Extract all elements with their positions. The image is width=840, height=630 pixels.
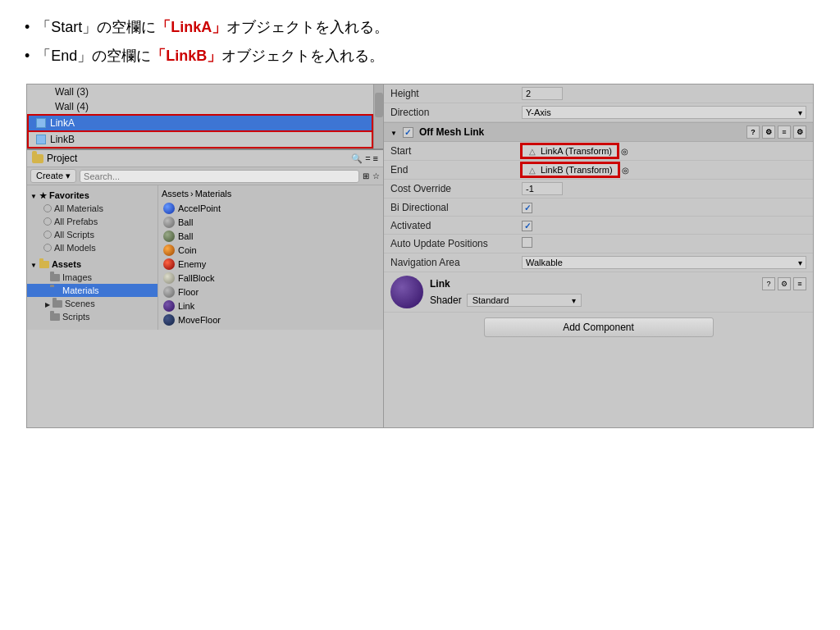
tree-all-prefabs[interactable]: All Prefabs: [27, 215, 158, 228]
linka-label: LinkA: [50, 117, 75, 129]
autoupdate-value: [522, 237, 806, 250]
tree-scenes[interactable]: Scenes: [27, 297, 158, 310]
tree-all-models[interactable]: All Models: [27, 241, 158, 254]
autoupdate-checkbox[interactable]: [522, 237, 532, 248]
inst2-highlight: 「LinkB」: [151, 48, 221, 64]
add-component-bar: Add Component: [384, 313, 813, 342]
assets-header[interactable]: Assets: [27, 258, 158, 271]
start-value[interactable]: △ LinkA (Transform): [522, 144, 618, 158]
material-help-icon[interactable]: ?: [762, 277, 775, 290]
toolbar-icon1[interactable]: ⊞: [363, 171, 369, 180]
tree-all-scripts[interactable]: All Scripts: [27, 228, 158, 241]
height-input[interactable]: 2: [522, 87, 563, 100]
scripts-folder-icon: [50, 313, 60, 321]
create-label: Create ▾: [36, 171, 71, 181]
star-icon: ★: [39, 191, 47, 200]
hierarchy-item-wall3[interactable]: Wall (3): [27, 84, 373, 99]
linka-icon: [35, 117, 47, 129]
favorites-expand-icon: [30, 190, 37, 200]
scenes-folder-icon: [52, 300, 62, 308]
project-header: Project 🔍 = ≡: [27, 150, 383, 167]
add-component-button[interactable]: Add Component: [484, 317, 714, 337]
activated-label: Activated: [390, 220, 522, 231]
asset-ball1[interactable]: Ball: [162, 216, 380, 229]
bidirectional-value: [522, 202, 806, 213]
asset-ball2[interactable]: Ball: [162, 230, 380, 243]
offmeshlink-header: Off Mesh Link ? ⚙ ≡ ⚙: [384, 122, 813, 142]
search-icon-sm: 🔍: [351, 153, 363, 164]
navarea-dropdown-value: Walkable: [526, 258, 563, 267]
offmesh-help-icon[interactable]: ?: [746, 126, 760, 139]
breadcrumb: Assets Materials: [162, 189, 380, 199]
hierarchy-scrollbar[interactable]: [373, 84, 383, 148]
cost-label: Cost Override: [390, 183, 522, 194]
right-panel: Height 2 Direction Y-Axis: [384, 84, 813, 427]
start-label: Start: [390, 145, 522, 157]
direction-dropdown[interactable]: Y-Axis: [522, 106, 806, 119]
breadcrumb-assets: Assets: [162, 189, 189, 199]
height-label: Height: [390, 88, 522, 99]
inst2-prefix: 「End」の空欄に: [36, 48, 151, 64]
navarea-label: Navigation Area: [390, 257, 522, 268]
asset-accelpoint[interactable]: AccelPoint: [162, 202, 380, 215]
material-settings-icon[interactable]: ⚙: [778, 277, 791, 290]
bidirectional-checkbox[interactable]: [522, 203, 532, 213]
hierarchy-item-linka[interactable]: LinkA: [27, 114, 373, 132]
create-button[interactable]: Create ▾: [30, 169, 76, 183]
activated-checkbox[interactable]: [522, 221, 532, 231]
lock-icon: =: [365, 153, 370, 164]
navarea-dropdown[interactable]: Walkable: [522, 256, 806, 269]
hierarchy-item-wall4[interactable]: Wall (4): [27, 99, 373, 114]
end-value[interactable]: △ LinkB (Transform): [522, 163, 619, 176]
activated-row: Activated: [384, 217, 813, 235]
offmesh-more-icon[interactable]: ≡: [778, 126, 791, 139]
shader-dropdown[interactable]: Standard: [467, 294, 582, 307]
asset-link[interactable]: Link: [162, 299, 380, 313]
end-row: End △ LinkB (Transform) ◎: [384, 161, 813, 180]
navarea-row: Navigation Area Walkable: [384, 253, 813, 272]
offmesh-gear2-icon[interactable]: ⚙: [793, 126, 806, 139]
offmesh-label: Off Mesh Link: [419, 126, 484, 138]
offmesh-enabled-checkbox[interactable]: [403, 127, 413, 138]
height-value: 2: [522, 87, 806, 100]
asset-coin[interactable]: Coin: [162, 244, 380, 257]
shader-label: Shader: [430, 294, 462, 306]
end-clear-icon[interactable]: ◎: [622, 166, 629, 175]
linka-row-container: LinkA: [27, 114, 373, 132]
asset-enemy[interactable]: Enemy: [162, 258, 380, 271]
search-input[interactable]: [80, 170, 359, 183]
left-panel: Wall (3) Wall (4) LinkA: [27, 84, 384, 427]
search-all-materials-icon: [43, 204, 52, 212]
material-more-icon[interactable]: ≡: [793, 277, 806, 290]
asset-floor[interactable]: Floor: [162, 285, 380, 299]
material-name-row: Link ? ⚙ ≡: [430, 277, 806, 290]
hierarchy-item-linkb[interactable]: LinkB: [27, 132, 373, 148]
bullet-2: •: [25, 45, 30, 67]
images-label: Images: [62, 272, 92, 282]
toolbar-icon2[interactable]: ☆: [372, 171, 380, 180]
start-clear-icon[interactable]: ◎: [621, 147, 628, 156]
asset-fallblock[interactable]: FallBlock: [162, 272, 380, 285]
tree-images[interactable]: Images: [27, 271, 158, 284]
all-materials-label: All Materials: [54, 203, 103, 213]
favorites-header[interactable]: ★ Favorites: [27, 189, 158, 202]
instruction-1: • 「Start」の空欄に「LinkA」オブジェクトを入れる。: [25, 16, 815, 39]
linkb-label: LinkB: [50, 134, 75, 145]
tree-materials[interactable]: Materials: [27, 284, 158, 297]
asset-movefloor[interactable]: MoveFloor: [162, 313, 380, 326]
search-all-prefabs-icon: [43, 217, 52, 226]
offmesh-settings-icon[interactable]: ⚙: [762, 126, 775, 139]
inst1-highlight: 「LinkA」: [156, 19, 226, 35]
tree-all-materials[interactable]: All Materials: [27, 202, 158, 215]
assets-content: Assets Materials AccelPoint: [158, 185, 383, 330]
coin-label: Coin: [178, 245, 197, 255]
tree-scripts[interactable]: Scripts: [27, 310, 158, 323]
accelpoint-label: AccelPoint: [178, 203, 221, 213]
cost-input[interactable]: -1: [522, 182, 563, 195]
offmesh-expand[interactable]: [390, 126, 397, 138]
assets-folder-icon: [39, 261, 49, 268]
activated-value: [522, 220, 806, 231]
project-sidebar: ★ Favorites All Materials: [27, 185, 158, 330]
instruction-text-1: 「Start」の空欄に「LinkA」オブジェクトを入れる。: [36, 16, 389, 39]
material-section: Link ? ⚙ ≡ Shader Standard: [384, 272, 813, 313]
